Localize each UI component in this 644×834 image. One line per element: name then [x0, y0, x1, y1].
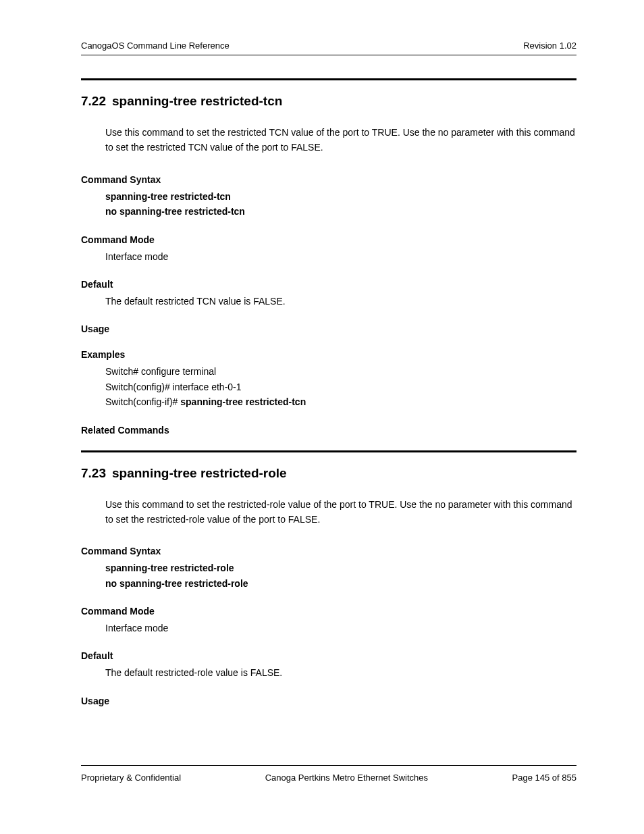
section-intro: Use this command to set the restricted T…: [105, 125, 576, 155]
block-label: Command Syntax: [81, 174, 576, 185]
block-label: Examples: [81, 349, 576, 360]
syntax-line: spanning-tree restricted-role: [105, 561, 576, 575]
section-title-722: 7.22spanning-tree restricted-tcn: [81, 94, 576, 109]
block-body: Switch# configure terminal Switch(config…: [105, 364, 576, 409]
document-page: CanogaOS Command Line Reference Revision…: [0, 0, 644, 834]
block-label: Related Commands: [81, 425, 576, 436]
default-block: Default The default restricted-role valu…: [81, 650, 576, 680]
page-header: CanogaOS Command Line Reference Revision…: [81, 41, 576, 55]
block-label: Command Mode: [81, 606, 576, 617]
section-divider: [81, 78, 576, 80]
block-body: Interface mode: [105, 249, 576, 264]
section-name: spanning-tree restricted-role: [112, 466, 287, 480]
header-left: CanogaOS Command Line Reference: [81, 41, 230, 51]
command-syntax-block: Command Syntax spanning-tree restricted-…: [81, 174, 576, 219]
section-title-723: 7.23spanning-tree restricted-role: [81, 466, 576, 481]
footer-left: Proprietary & Confidential: [81, 773, 181, 783]
related-commands-block: Related Commands: [81, 425, 576, 436]
block-body: The default restricted-role value is FAL…: [105, 665, 576, 680]
block-body: spanning-tree restricted-tcn no spanning…: [105, 189, 576, 219]
block-body: The default restricted TCN value is FALS…: [105, 294, 576, 309]
command-mode-block: Command Mode Interface mode: [81, 606, 576, 635]
command-syntax-block: Command Syntax spanning-tree restricted-…: [81, 546, 576, 591]
block-label: Usage: [81, 696, 576, 706]
block-label: Command Syntax: [81, 546, 576, 556]
examples-block: Examples Switch# configure terminal Swit…: [81, 349, 576, 409]
block-body: spanning-tree restricted-role no spannin…: [105, 561, 576, 591]
usage-block: Usage: [81, 696, 576, 706]
block-label: Usage: [81, 323, 576, 334]
usage-block: Usage: [81, 323, 576, 334]
footer-center: Canoga Pertkins Metro Ethernet Switches: [265, 773, 428, 783]
footer-row: Proprietary & Confidential Canoga Pertki…: [81, 773, 576, 783]
block-label: Command Mode: [81, 234, 576, 245]
section-number: 7.22: [81, 94, 112, 109]
syntax-line: no spanning-tree restricted-role: [105, 576, 576, 591]
command-mode-block: Command Mode Interface mode: [81, 234, 576, 264]
block-label: Default: [81, 279, 576, 290]
example-line: Switch(config-if)# spanning-tree restric…: [105, 394, 576, 409]
footer-rule: [81, 765, 576, 766]
block-body: Interface mode: [105, 621, 576, 635]
default-block: Default The default restricted TCN value…: [81, 279, 576, 309]
header-right: Revision 1.02: [523, 41, 576, 51]
section-name: spanning-tree restricted-tcn: [112, 94, 282, 108]
block-label: Default: [81, 650, 576, 661]
example-command: spanning-tree restricted-tcn: [180, 396, 306, 407]
footer-right: Page 145 of 855: [512, 773, 576, 783]
section-number: 7.23: [81, 466, 112, 481]
example-line: Switch# configure terminal: [105, 364, 576, 379]
page-footer: Proprietary & Confidential Canoga Pertki…: [81, 765, 576, 783]
section-divider: [81, 450, 576, 452]
example-prompt: Switch(config-if)#: [105, 396, 180, 407]
syntax-line: spanning-tree restricted-tcn: [105, 189, 576, 204]
syntax-line: no spanning-tree restricted-tcn: [105, 204, 576, 219]
section-intro: Use this command to set the restricted-r…: [105, 497, 576, 527]
example-line: Switch(config)# interface eth-0-1: [105, 380, 576, 394]
